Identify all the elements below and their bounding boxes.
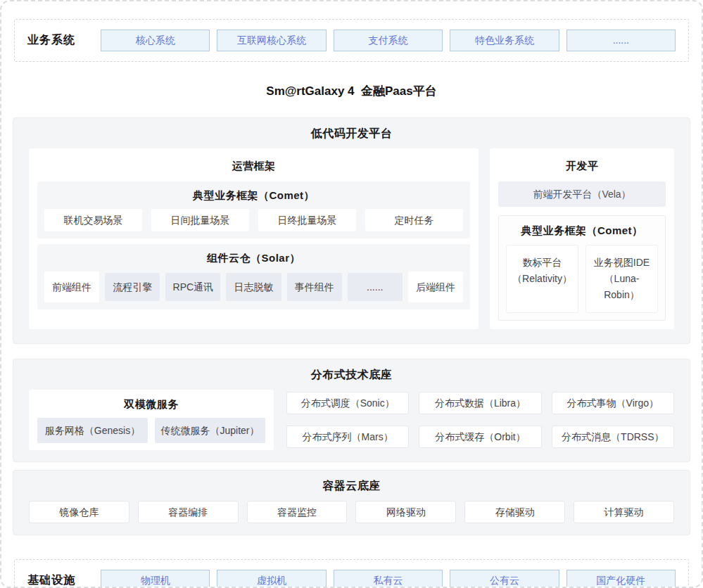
container-cloud-card: 容器编排 [138, 501, 239, 523]
low-code-title: 低代码开发平台 [29, 127, 674, 141]
relativity-card-line1: 数标平台 [523, 257, 562, 268]
business-system-box: 核心系统 [101, 30, 210, 51]
dev-platform-title: 开发平 [498, 160, 666, 173]
dual-mode-title: 双模微服务 [37, 398, 265, 411]
business-system-box: 支付系统 [334, 30, 443, 51]
relativity-card: 数标平台 （Relativity） [506, 245, 578, 313]
luna-robin-card-line1: 业务视图IDE [594, 257, 650, 268]
distributed-content: 双模微服务 服务网格（Genesis） 传统微服务（Jupiter） 分布式调度… [29, 390, 674, 450]
scenario-card: 联机交易场景 [44, 209, 142, 231]
distributed-service-card: 分布式调度（Sonic） [286, 392, 409, 414]
distributed-service-card: 分布式缓存（Orbit） [419, 426, 541, 448]
distributed-section: 分布式技术底座 双模微服务 服务网格（Genesis） 传统微服务（Jupite… [13, 359, 690, 462]
infrastructure-box: 公有云 [450, 570, 559, 588]
component-pill: ...... [348, 273, 403, 301]
business-system-box: 特色业务系统 [450, 30, 559, 51]
low-code-content: 运营框架 典型业务框架（Comet） 联机交易场景 日间批量场景 日终批量场景 … [29, 148, 674, 329]
platform-title: Sm@rtGalaxy 4 金融Paas平台 [13, 83, 690, 99]
component-pill: 流程引擎 [105, 273, 160, 301]
container-cloud-section: 容器云底座 镜像仓库 容器编排 容器监控 网络驱动 存储驱动 计算驱动 [13, 470, 690, 535]
infrastructure-boxes: 物理机 虚拟机 私有云 公有云 国产化硬件 [101, 570, 676, 588]
backend-component-card: 后端组件 [408, 271, 463, 302]
distributed-services-grid: 分布式调度（Sonic） 分布式数据（Libra） 分布式事物（Virgo） 分… [286, 390, 674, 450]
distributed-service-card: 分布式消息（TDRSS） [552, 426, 674, 448]
business-systems-boxes: 核心系统 互联网核心系统 支付系统 特色业务系统 ...... [101, 30, 676, 51]
solar-panel: 组件云仓（Solar） 前端组件 流程引擎 RPC通讯 日志脱敏 事件组件 ..… [37, 244, 470, 309]
component-pill: 日志脱敏 [226, 273, 281, 301]
business-system-box: 互联网核心系统 [217, 30, 326, 51]
container-cloud-row: 镜像仓库 容器编排 容器监控 网络驱动 存储驱动 计算驱动 [29, 501, 674, 523]
frontend-component-card: 前端组件 [44, 271, 99, 302]
scenario-card: 日间批量场景 [151, 209, 249, 231]
distributed-service-card: 分布式事物（Virgo） [552, 392, 674, 414]
dev-platform-box: 开发平 前端开发平台（Vela） 典型业务框架（Comet） 数标平台 （Rel… [490, 148, 674, 329]
dev-comet-box: 典型业务框架（Comet） 数标平台 （Relativity） 业务视图IDE … [498, 215, 666, 321]
operation-framework-box: 运营框架 典型业务框架（Comet） 联机交易场景 日间批量场景 日终批量场景 … [29, 148, 479, 329]
traditional-microservice-pill: 传统微服务（Jupiter） [155, 418, 265, 443]
dev-comet-title: 典型业务框架（Comet） [506, 224, 658, 238]
dual-mode-box: 双模微服务 服务网格（Genesis） 传统微服务（Jupiter） [29, 390, 274, 450]
service-mesh-pill: 服务网格（Genesis） [37, 418, 148, 443]
vela-platform-pill: 前端开发平台（Vela） [498, 181, 666, 207]
infrastructure-box: 虚拟机 [217, 570, 326, 588]
comet-framework-panel: 典型业务框架（Comet） 联机交易场景 日间批量场景 日终批量场景 定时任务 [37, 181, 470, 238]
scenario-card: 定时任务 [365, 209, 463, 231]
container-cloud-title: 容器云底座 [29, 479, 674, 494]
container-cloud-card: 计算驱动 [574, 501, 674, 523]
distributed-service-card: 分布式序列（Mars） [286, 426, 409, 448]
container-cloud-card: 镜像仓库 [29, 501, 129, 523]
dual-mode-pills: 服务网格（Genesis） 传统微服务（Jupiter） [37, 418, 265, 443]
dev-comet-cards: 数标平台 （Relativity） 业务视图IDE （Luna-Robin） [506, 245, 658, 313]
infrastructure-label: 基础设施 [27, 573, 101, 588]
business-systems-row: 业务系统 核心系统 互联网核心系统 支付系统 特色业务系统 ...... [14, 19, 689, 62]
relativity-card-line2: （Relativity） [512, 273, 572, 284]
distributed-title: 分布式技术底座 [29, 368, 674, 383]
infrastructure-box: 国产化硬件 [566, 570, 676, 588]
luna-robin-card-line2: （Luna-Robin） [604, 273, 640, 300]
component-pill: RPC通讯 [165, 273, 220, 301]
solar-card-row: 前端组件 流程引擎 RPC通讯 日志脱敏 事件组件 ...... 后端组件 [44, 271, 463, 302]
container-cloud-card: 网络驱动 [355, 501, 456, 523]
low-code-section: 低代码开发平台 运营框架 典型业务框架（Comet） 联机交易场景 日间批量场景… [13, 117, 690, 344]
luna-robin-card: 业务视图IDE （Luna-Robin） [585, 245, 658, 313]
container-cloud-card: 容器监控 [247, 501, 348, 523]
scenario-card: 日终批量场景 [258, 209, 356, 231]
distributed-service-card: 分布式数据（Libra） [419, 392, 541, 414]
business-system-box: ...... [566, 30, 676, 51]
architecture-diagram: 业务系统 核心系统 互联网核心系统 支付系统 特色业务系统 ...... Sm@… [0, 0, 703, 588]
comet-card-row: 联机交易场景 日间批量场景 日终批量场景 定时任务 [44, 209, 463, 231]
operation-framework-title: 运营框架 [37, 160, 470, 173]
solar-title: 组件云仓（Solar） [44, 252, 463, 265]
container-cloud-card: 存储驱动 [464, 501, 565, 523]
business-systems-label: 业务系统 [27, 33, 101, 48]
infrastructure-box: 私有云 [334, 570, 443, 588]
infrastructure-box: 物理机 [101, 570, 210, 588]
component-pill: 事件组件 [287, 273, 342, 301]
comet-framework-title: 典型业务框架（Comet） [44, 189, 463, 203]
infrastructure-row: 基础设施 物理机 虚拟机 私有云 公有云 国产化硬件 [14, 559, 689, 588]
